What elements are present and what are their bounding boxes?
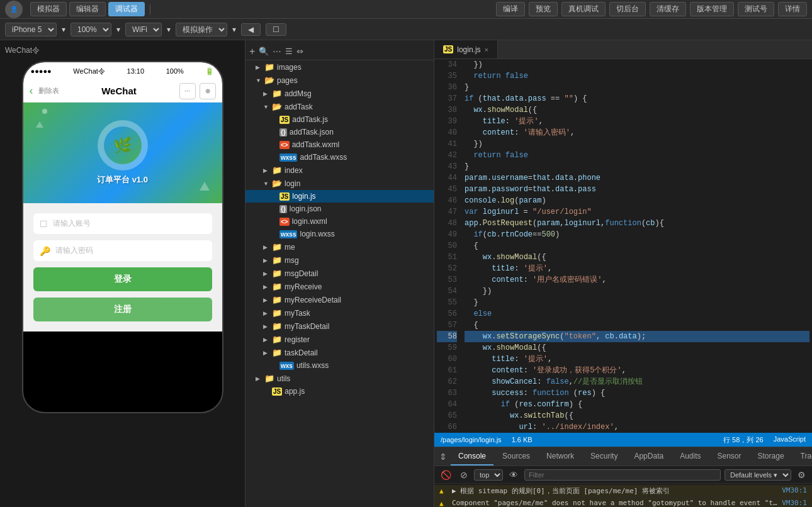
ln-48: 48 bbox=[437, 218, 457, 229]
tree-item-login-json[interactable]: {} login.json bbox=[245, 203, 434, 215]
tree-item-login-wxss[interactable]: wxss login.wxss bbox=[245, 228, 434, 240]
devtools-tab-sensor[interactable]: Sensor bbox=[710, 448, 749, 465]
tree-item-register[interactable]: ▶ 📁 register bbox=[245, 333, 434, 346]
background-btn[interactable]: 切后台 bbox=[609, 2, 646, 16]
tree-item-utils-wxss[interactable]: wxs utils.wxss bbox=[245, 359, 434, 372]
real-device-btn[interactable]: 真机调试 bbox=[561, 2, 606, 16]
operations-select[interactable]: 模拟操作 bbox=[176, 23, 227, 36]
console-filter-input[interactable] bbox=[524, 469, 721, 481]
tree-item-login-wxml[interactable]: <> login.wxml bbox=[245, 215, 434, 228]
plus-icon[interactable]: ⊕ bbox=[200, 83, 216, 99]
tree-item-login-js[interactable]: JS login.js bbox=[245, 190, 434, 203]
tab-debugger[interactable]: 调试器 bbox=[108, 2, 145, 16]
username-input-row[interactable]: ☐ 请输入账号 bbox=[33, 213, 212, 234]
test-num-btn[interactable]: 测试号 bbox=[738, 2, 774, 16]
tree-item-msgdetail[interactable]: ▶ 📁 msgDetail bbox=[245, 267, 434, 280]
folder-icon: 📁 bbox=[272, 308, 282, 318]
preview-btn[interactable]: 预览 bbox=[529, 2, 558, 16]
tree-item-index[interactable]: ▶ 📁 index bbox=[245, 164, 434, 177]
tree-label: index bbox=[285, 166, 303, 175]
devtools-tab-audits[interactable]: Audits bbox=[672, 448, 708, 465]
network-select[interactable]: WiFi bbox=[125, 23, 162, 36]
console-filter-btn[interactable]: ⊘ bbox=[458, 469, 470, 481]
file-size: 1.6 KB bbox=[512, 436, 533, 443]
devtools-tab-network[interactable]: Network bbox=[539, 448, 582, 465]
tree-search-icon[interactable]: 🔍 bbox=[259, 47, 269, 56]
ln-57: 57 bbox=[437, 320, 457, 331]
console-clear-btn[interactable]: 🚫 bbox=[438, 469, 454, 481]
second-toolbar: iPhone 5 ▾ 100% ▾ WiFi ▾ 模拟操作 ▾ ◀ ☐ bbox=[0, 19, 812, 40]
devtools-tab-trace[interactable]: Trace bbox=[793, 448, 812, 465]
tree-item-addtask-wxss[interactable]: wxss addTask.wxss bbox=[245, 151, 434, 164]
ln-63: 63 bbox=[437, 387, 457, 399]
console-link[interactable]: VM30:1 bbox=[782, 486, 807, 494]
password-input-row[interactable]: 🔑 请输入密码 bbox=[33, 240, 212, 261]
tree-item-addtask-wxml[interactable]: <> addTask.wxml bbox=[245, 138, 434, 151]
tree-item-mytaskdetail[interactable]: ▶ 📁 myTaskDetail bbox=[245, 320, 434, 333]
ln-62: 62 bbox=[437, 376, 457, 387]
window-btn[interactable]: ☐ bbox=[266, 23, 286, 36]
tab-close-btn[interactable]: × bbox=[485, 46, 488, 53]
warn-icon: ▲ bbox=[439, 487, 448, 495]
tree-item-taskdetail[interactable]: ▶ 📁 taskDetail bbox=[245, 346, 434, 359]
tree-item-images[interactable]: ▶ 📁 images bbox=[245, 60, 434, 74]
clear-cache-btn[interactable]: 清缓存 bbox=[650, 2, 686, 16]
editor-tab-login-js[interactable]: JS login.js × bbox=[434, 40, 498, 58]
console-levels-select[interactable]: Default levels ▾ bbox=[725, 469, 791, 481]
login-button[interactable]: 登录 bbox=[33, 267, 212, 291]
avatar: 👤 bbox=[5, 1, 23, 18]
tree-item-utils[interactable]: ▶ 📁 utils bbox=[245, 372, 434, 385]
devtools-tab-sources[interactable]: Sources bbox=[495, 448, 538, 465]
ln-61: 61 bbox=[437, 365, 457, 376]
code-line-35: return false bbox=[465, 70, 809, 82]
console-eye-btn[interactable]: 👁 bbox=[507, 469, 521, 481]
logo-emoji: 🌿 bbox=[113, 136, 132, 154]
compile-btn[interactable]: 编译 bbox=[496, 2, 525, 16]
devtools-expand-btn[interactable]: ⇕ bbox=[437, 450, 449, 463]
tree-item-addtask-json[interactable]: {} addTask.json bbox=[245, 126, 434, 138]
tree-arrow: ▶ bbox=[256, 376, 262, 382]
code-line-48: app.PostRequest(param,loginurl,function(… bbox=[465, 218, 809, 229]
tab-simulator[interactable]: 模拟器 bbox=[30, 2, 67, 16]
code-line-59: wx.showModal({ bbox=[465, 342, 809, 354]
tree-item-me[interactable]: ▶ 📁 me bbox=[245, 240, 434, 254]
version-btn[interactable]: 版本管理 bbox=[690, 2, 734, 16]
tree-add-icon[interactable]: + bbox=[249, 46, 255, 57]
devtools-tab-console[interactable]: Console bbox=[451, 448, 493, 465]
device-label: WeChat令 bbox=[5, 45, 40, 56]
zoom-select[interactable]: 100% bbox=[70, 23, 111, 36]
tree-expand-icon[interactable]: ⇔ bbox=[296, 47, 303, 56]
line-numbers: 34 35 36 37 38 39 40 41 42 43 44 45 46 4… bbox=[434, 59, 462, 433]
console-context-select[interactable]: top bbox=[474, 469, 503, 481]
deco-dot-1 bbox=[42, 109, 47, 114]
tree-item-addmsg[interactable]: ▶ 📁 addMsg bbox=[245, 87, 434, 100]
separator bbox=[150, 4, 150, 14]
tree-list-icon[interactable]: ☰ bbox=[285, 47, 293, 56]
tree-item-msg[interactable]: ▶ 📁 msg bbox=[245, 254, 434, 267]
tree-label: myReceiveDetail bbox=[285, 296, 341, 304]
devtools-tab-security[interactable]: Security bbox=[583, 448, 625, 465]
tree-item-addtask[interactable]: ▼ 📂 addTask bbox=[245, 100, 434, 113]
tree-item-addtask-js[interactable]: JS addTask.js bbox=[245, 113, 434, 126]
code-line-51: wx.showModal({ bbox=[465, 252, 809, 263]
tree-item-login[interactable]: ▼ 📂 login bbox=[245, 177, 434, 190]
code-lines[interactable]: }) return false } if (that.data.pass == … bbox=[462, 59, 812, 433]
tree-more-icon[interactable]: ··· bbox=[273, 46, 281, 57]
tree-item-myreceivedetail[interactable]: ▶ 📁 myReceiveDetail bbox=[245, 293, 434, 306]
device-select[interactable]: iPhone 5 bbox=[5, 23, 57, 36]
back-button[interactable]: ‹ bbox=[30, 84, 33, 98]
register-button[interactable]: 注册 bbox=[33, 298, 212, 321]
devtools-tab-storage[interactable]: Storage bbox=[750, 448, 792, 465]
tree-item-pages[interactable]: ▼ 📂 pages bbox=[245, 74, 434, 87]
console-settings-btn[interactable]: ⚙ bbox=[795, 469, 808, 481]
console-link[interactable]: VM30:1 bbox=[782, 499, 807, 507]
devtools-tab-appdata[interactable]: AppData bbox=[626, 448, 671, 465]
tree-item-myreceive[interactable]: ▶ 📁 myReceive bbox=[245, 280, 434, 293]
tree-item-app-js[interactable]: JS app.js bbox=[245, 385, 434, 398]
details-btn[interactable]: 详情 bbox=[778, 2, 807, 16]
prev-btn[interactable]: ◀ bbox=[241, 23, 261, 36]
json-file-icon: {} bbox=[279, 205, 287, 213]
tree-item-mytask[interactable]: ▶ 📁 myTask bbox=[245, 306, 434, 320]
tab-editor[interactable]: 编辑器 bbox=[69, 2, 106, 16]
menu-icon[interactable]: ··· bbox=[179, 83, 196, 99]
